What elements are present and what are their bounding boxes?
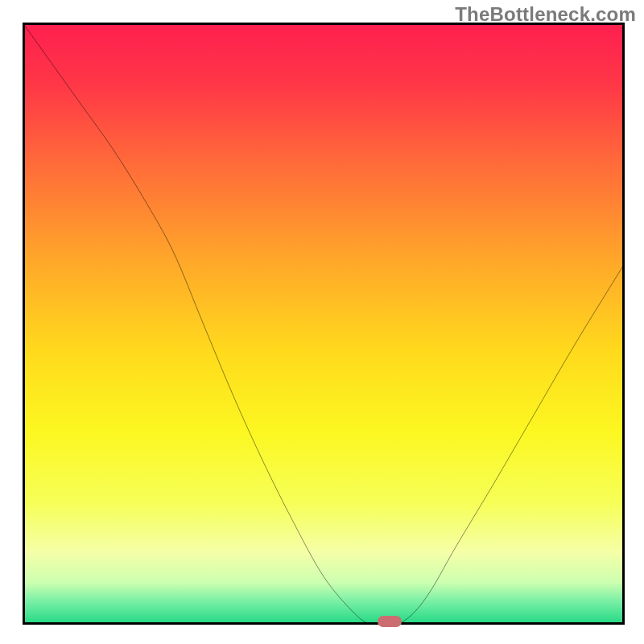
bottleneck-curve [23, 23, 625, 625]
optimal-point-marker [378, 616, 402, 627]
plot-area [23, 23, 625, 625]
watermark-text: TheBottleneck.com [455, 3, 636, 26]
chart-container: TheBottleneck.com [0, 0, 644, 644]
